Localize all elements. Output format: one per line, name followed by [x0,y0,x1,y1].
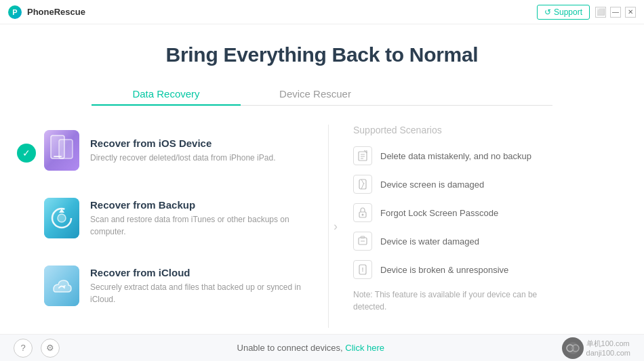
scenario-lock-text: Forgot Lock Screen Passcode [380,208,498,218]
svg-rect-21 [361,236,365,238]
ios-recovery-text: Recover from iOS Device Directly recover… [90,137,275,164]
watermark: 单机100.comdanji100.com [562,337,630,359]
restore-button[interactable]: ⬜ [595,7,606,18]
bottom-right: 单机100.comdanji100.com [562,337,630,359]
scenario-item-lock: Forgot Lock Screen Passcode [353,203,559,222]
minimize-button[interactable]: — [610,7,621,18]
tab-data-recovery[interactable]: Data Recovery [92,83,241,105]
scenario-item-screen: Device screen is damaged [353,175,559,194]
window-controls: ⬜ — ✕ [595,7,636,18]
recovery-item-backup[interactable]: Recover from Backup Scan and restore dat… [44,192,308,244]
icloud-recovery-text: Recover from iCloud Securely extract dat… [90,267,308,305]
tabs: Data Recovery Device Rescuer [92,83,552,106]
help-icon: ? [20,343,25,353]
backup-icon [44,198,79,238]
app-name: PhoneRescue [27,7,85,17]
recovery-item-icloud[interactable]: Recover from iCloud Securely extract dat… [44,260,308,312]
svg-rect-15 [359,179,366,189]
svg-rect-3 [59,140,73,158]
icloud-icon [44,266,79,306]
arrow-right-icon: › [334,219,338,234]
scenario-screen-text: Device screen is damaged [380,179,484,190]
scenario-item-delete: Delete data mistakenly, and no backup [353,146,559,165]
recovery-item-ios[interactable]: Recover from iOS Device Directly recover… [44,125,308,176]
hero-title: Bring Everything Back to Normal [166,43,479,66]
support-icon: ↺ [544,7,551,17]
selection-checkmark: ✓ [17,144,36,163]
title-bar: P PhoneRescue ↺ Support ⬜ — ✕ [0,0,644,24]
scenario-delete-text: Delete data mistakenly, and no backup [380,151,531,161]
support-button[interactable]: ↺ Support [537,5,590,20]
scenario-item-broken: ! Device is broken & unresponsive [353,260,559,279]
svg-point-7 [58,214,66,222]
scenarios-note: Note: This feature is available if your … [353,289,559,313]
scenario-water-text: Device is water damaged [380,236,479,247]
scenario-broken-icon: ! [353,260,372,279]
scenarios-title: Supported Scenarios [353,125,559,135]
svg-point-28 [571,347,574,349]
scenario-lock-icon [353,203,372,222]
main-content: Bring Everything Back to Normal Data Rec… [0,24,644,334]
settings-icon: ⚙ [46,343,54,353]
bottom-left: ? ⚙ [14,339,60,358]
scenario-broken-text: Device is broken & unresponsive [380,265,508,275]
app-logo: P [8,5,22,19]
svg-line-17 [361,183,364,189]
scenario-delete-icon [353,146,372,165]
scenario-water-icon [353,232,372,251]
scenario-screen-icon [353,175,372,194]
content-area: ✓ [44,125,600,328]
ios-device-icon [44,130,79,171]
watermark-text: 单机100.comdanji100.com [586,339,630,357]
title-bar-right: ↺ Support ⬜ — ✕ [537,5,636,20]
svg-text:!: ! [362,266,364,273]
title-bar-left: P PhoneRescue [8,5,85,19]
settings-button[interactable]: ⚙ [41,339,60,358]
bottom-bar: ? ⚙ Unable to connect devices, Click her… [0,334,644,361]
watermark-icon [562,337,584,359]
recovery-options: ✓ [44,125,329,328]
help-button[interactable]: ? [14,339,33,358]
svg-point-19 [362,214,364,216]
scenario-item-water: Device is water damaged [353,232,559,251]
scenarios-panel: Supported Scenarios Delete data mistaken… [329,125,559,328]
click-here-link[interactable]: Click here [345,343,384,353]
close-button[interactable]: ✕ [625,7,636,18]
connection-status: Unable to connect devices, Click here [237,343,385,353]
backup-recovery-text: Recover from Backup Scan and restore dat… [90,199,308,238]
tab-device-rescuer[interactable]: Device Rescuer [241,83,390,105]
